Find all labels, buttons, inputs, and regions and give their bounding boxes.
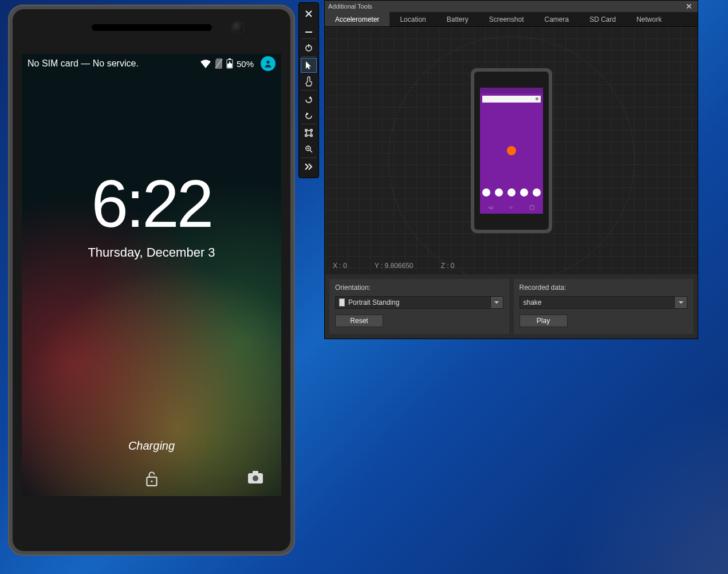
play-button[interactable]: Play [520, 314, 568, 327]
tab-sdcard[interactable]: SD Card [579, 12, 626, 26]
device-screen[interactable]: No SIM card — No service. 50% [22, 54, 281, 496]
tab-accelerometer[interactable]: Accelerometer [325, 12, 389, 26]
camera-icon[interactable] [247, 470, 264, 487]
svg-marker-14 [306, 61, 311, 69]
chevron-down-icon[interactable] [674, 297, 687, 308]
charging-label: Charging [22, 439, 281, 453]
svg-marker-15 [309, 96, 311, 99]
recorded-value: shake [524, 298, 542, 306]
unlock-icon[interactable] [144, 470, 159, 489]
svg-point-10 [253, 475, 258, 481]
emulator-device-frame: No SIM card — No service. 50% [8, 5, 295, 556]
tab-battery[interactable]: Battery [436, 12, 479, 26]
svg-rect-9 [253, 471, 258, 474]
device-bezel: No SIM card — No service. 50% [13, 9, 290, 551]
orientation-label: Orientation: [335, 284, 503, 292]
tools-expand-button[interactable] [301, 159, 317, 174]
panel-title-text: Additional Tools [328, 3, 372, 10]
phone-portrait-icon [339, 298, 345, 306]
panel-titlebar[interactable]: Additional Tools ✕ [325, 1, 698, 12]
tab-location[interactable]: Location [389, 12, 436, 26]
coord-x: X : 0 [333, 262, 347, 270]
accelerometer-canvas[interactable]: ◅○▢ X : 0 Y : 9.806650 Z : 0 [325, 27, 698, 274]
clock-time: 6:22 [22, 171, 281, 237]
coord-y: Y : 9.806650 [375, 262, 414, 270]
svg-point-7 [151, 481, 152, 482]
lock-clock: 6:22 Thursday, December 3 [22, 171, 281, 260]
wifi-icon [200, 59, 211, 68]
battery-charging-icon [226, 58, 233, 69]
battery-percent: 50% [237, 59, 254, 69]
tab-screenshot[interactable]: Screenshot [479, 12, 534, 26]
no-sim-icon [215, 58, 223, 69]
minimize-button[interactable] [301, 22, 317, 37]
orientation-value: Portrait Standing [348, 298, 399, 306]
status-text: No SIM card — No service. [27, 58, 200, 69]
touch-mode-button[interactable] [301, 74, 317, 89]
power-button[interactable] [301, 40, 317, 55]
cursor-mode-button[interactable] [301, 58, 317, 73]
tab-camera[interactable]: Camera [534, 12, 579, 26]
svg-line-19 [310, 150, 312, 152]
panel-tabs: Accelerometer Location Battery Screensho… [325, 12, 698, 27]
reset-button[interactable]: Reset [335, 314, 383, 327]
emulator-toolbar [298, 2, 319, 178]
earpiece [92, 24, 212, 31]
additional-tools-panel: Additional Tools ✕ Accelerometer Locatio… [324, 0, 698, 339]
rotate-right-button[interactable] [301, 108, 317, 123]
accelerometer-ball-icon [507, 146, 516, 155]
svg-rect-17 [306, 131, 311, 135]
panel-close-button[interactable]: ✕ [684, 2, 694, 11]
svg-rect-2 [229, 58, 231, 60]
orientation-dropdown[interactable]: Portrait Standing [335, 296, 503, 309]
close-button[interactable] [301, 6, 317, 21]
user-avatar-icon[interactable] [261, 56, 276, 71]
recorded-label: Recorded data: [520, 284, 688, 292]
coord-z: Z : 0 [441, 262, 455, 270]
status-bar: No SIM card — No service. 50% [22, 54, 281, 73]
fit-screen-button[interactable] [301, 125, 317, 140]
zoom-button[interactable] [301, 141, 317, 156]
accelerometer-device-preview[interactable]: ◅○▢ [471, 68, 552, 233]
svg-marker-16 [306, 112, 309, 115]
recorded-data-section: Recorded data: shake Play [514, 279, 694, 334]
orientation-section: Orientation: Portrait Standing Reset [329, 279, 509, 334]
tab-network[interactable]: Network [626, 12, 672, 26]
clock-date: Thursday, December 3 [22, 245, 281, 260]
front-camera [231, 21, 245, 34]
rotate-left-button[interactable] [301, 92, 317, 107]
svg-point-5 [266, 61, 269, 64]
chevron-down-icon[interactable] [490, 297, 503, 308]
svg-rect-11 [305, 32, 312, 33]
recorded-dropdown[interactable]: shake [520, 296, 688, 309]
accelerometer-coords: X : 0 Y : 9.806650 Z : 0 [333, 262, 455, 270]
